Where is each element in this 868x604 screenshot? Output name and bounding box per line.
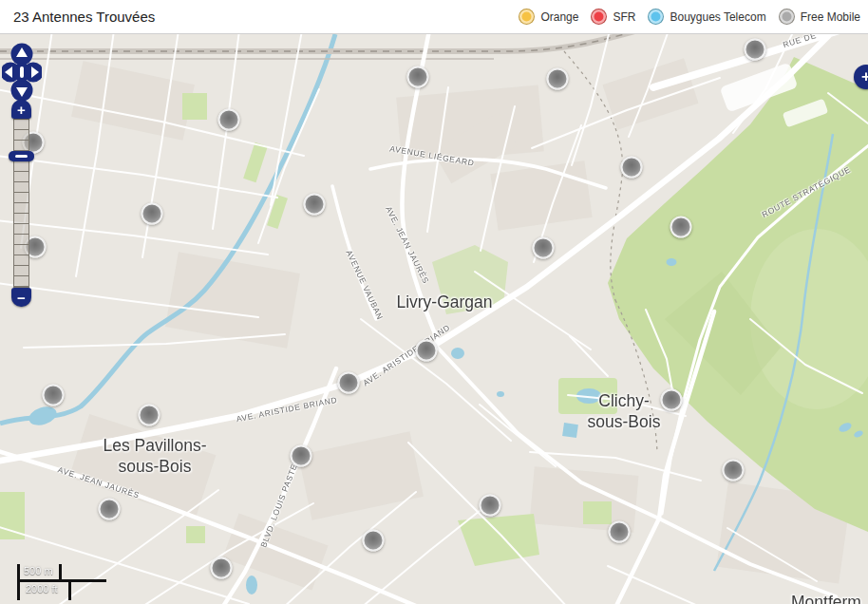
antenna-marker[interactable] <box>218 109 240 131</box>
antenna-marker[interactable] <box>480 495 501 517</box>
zoom-out-button[interactable]: − <box>11 288 31 307</box>
scale-bar: 500 m 2000 ft <box>17 564 112 602</box>
header: 23 Antennes Trouvées Orange SFR Bouygues… <box>0 0 868 34</box>
antenna-marker[interactable] <box>139 405 160 426</box>
antenna-marker[interactable] <box>407 66 429 88</box>
legend-label: Orange <box>540 10 578 24</box>
zoom-in-button[interactable]: + <box>11 100 31 119</box>
pan-compass[interactable] <box>2 43 42 102</box>
antenna-marker[interactable] <box>338 372 360 394</box>
legend-item-bouygues: Bouygues Telecom <box>648 9 765 25</box>
city-label: Livry-Gargan <box>396 292 492 312</box>
antenna-marker[interactable] <box>621 157 643 179</box>
legend-item-orange: Orange <box>519 9 578 25</box>
scale-tick <box>17 564 20 600</box>
compass-center-icon <box>20 66 24 78</box>
legend-label: Free Mobile <box>801 10 860 24</box>
sfr-dot-icon <box>591 9 607 25</box>
antenna-marker[interactable] <box>43 385 65 406</box>
scale-tick <box>59 564 62 580</box>
legend-item-sfr: SFR <box>591 9 635 25</box>
antenna-marker[interactable] <box>416 340 438 362</box>
scale-line <box>17 579 106 582</box>
antenna-marker[interactable] <box>304 194 326 216</box>
antenna-marker[interactable] <box>291 445 312 467</box>
scale-tick <box>68 580 71 600</box>
antenna-marker[interactable] <box>547 68 569 90</box>
city-label: Montferm <box>791 592 861 604</box>
scale-imperial-label: 2000 ft <box>26 583 58 595</box>
antenna-marker[interactable] <box>670 217 692 238</box>
antenna-marker[interactable] <box>609 521 631 543</box>
antenna-marker[interactable] <box>533 237 555 259</box>
legend-label: SFR <box>613 10 635 24</box>
free-dot-icon <box>779 9 795 25</box>
orange-dot-icon <box>519 9 535 25</box>
antenna-marker[interactable] <box>363 530 385 552</box>
antenna-marker[interactable] <box>723 460 745 481</box>
legend-label: Bouygues Telecom <box>670 10 765 24</box>
antenna-marker[interactable] <box>745 39 766 61</box>
city-label: Clichy-sous-Bois <box>588 390 661 432</box>
zoom-slider-track[interactable] <box>13 119 29 288</box>
bouygues-dot-icon <box>648 9 664 25</box>
map-canvas <box>0 34 868 604</box>
scale-metric-label: 500 m <box>24 565 53 576</box>
page-title: 23 Antennes Trouvées <box>13 9 155 25</box>
antenna-marker[interactable] <box>661 389 683 411</box>
map-viewport[interactable]: AVENUE LIÉGEARDAVE. JEAN JAURÈSAVENUE VA… <box>0 34 868 604</box>
antenna-marker[interactable] <box>99 499 121 520</box>
antenna-marker[interactable] <box>142 203 163 225</box>
city-label: Les Pavillons-sous-Bois <box>104 435 207 477</box>
antenna-marker[interactable] <box>211 557 233 579</box>
legend-item-free: Free Mobile <box>779 9 860 25</box>
zoom-slider-handle[interactable] <box>9 151 34 161</box>
legend: Orange SFR Bouygues Telecom Free Mobile <box>519 9 860 25</box>
